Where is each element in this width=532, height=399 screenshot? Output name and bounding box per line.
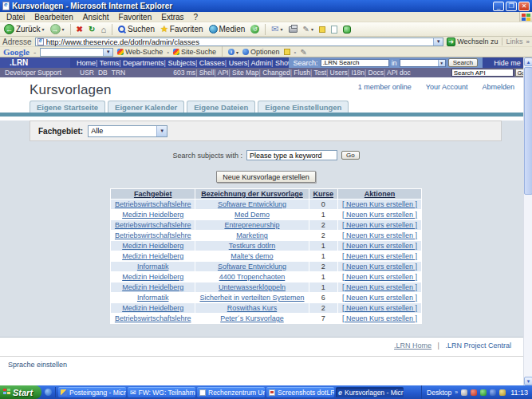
desktop-toolbar-label[interactable]: Desktop <box>427 389 451 397</box>
create-course-link[interactable]: [ Neuen Kurs erstellen ] <box>342 252 417 260</box>
devbar-link[interactable]: Changed <box>259 69 290 77</box>
fachgebiet-link[interactable]: Betriebswirtschaftslehre <box>115 200 191 208</box>
links-chevron-icon[interactable]: » <box>526 38 530 45</box>
menu-item[interactable]: ? <box>189 13 203 22</box>
menu-item[interactable]: Ansicht <box>78 13 114 22</box>
google-web-search-button[interactable]: Web-Suche <box>117 48 163 56</box>
scroll-up-button[interactable]: ▲ <box>524 57 532 66</box>
home-button[interactable]: ⌂ <box>99 25 108 34</box>
search-scope-select[interactable]: Users▼ <box>400 59 446 67</box>
address-dropdown-icon[interactable]: ▼ <box>433 38 443 45</box>
favorites-button[interactable]: ★ Favoriten <box>159 24 205 34</box>
links-toolbar-label[interactable]: Links <box>502 38 523 45</box>
menu-item[interactable]: Datei <box>2 13 30 22</box>
lrn-nav-link[interactable]: Departments <box>119 59 164 67</box>
devbar-link[interactable]: 603 ms <box>173 69 195 77</box>
taskbar-button-active-ie[interactable]: eKursvorlagen - Micros... <box>336 387 404 397</box>
devbar-link[interactable]: I18n <box>348 69 365 77</box>
devbar-link[interactable]: Docs <box>365 69 384 77</box>
back-button[interactable]: ← Zurück ▾ <box>2 24 46 34</box>
lrn-nav-link[interactable]: Classes <box>195 59 225 67</box>
tray-icon[interactable] <box>490 389 496 396</box>
create-course-link[interactable]: [ Neuen Kurs erstellen ] <box>342 304 417 312</box>
taskbar-button-outlook[interactable]: Posteingang - Micros... <box>58 387 126 397</box>
menu-item[interactable]: Extras <box>156 13 188 22</box>
fachgebiet-link[interactable]: Medizin Heidelberg <box>122 283 183 291</box>
members-online-link[interactable]: 1 member online <box>358 83 412 91</box>
highlighter-button[interactable] <box>284 49 290 55</box>
devbar-toggle[interactable]: DB <box>98 69 108 77</box>
portal-tab[interactable]: Eigene Dateien <box>187 101 255 113</box>
kursvorlage-link[interactable]: 4400 Tropenchaoten <box>219 273 286 281</box>
fachgebiet-link[interactable]: Medizin Heidelberg <box>122 273 183 281</box>
kursvorlage-link[interactable]: Sicherheit in verteilten Systemen <box>199 294 304 302</box>
lrn-project-central-link[interactable]: .LRN Project Central <box>445 342 511 350</box>
mail-dropdown-icon[interactable]: ▾ <box>281 26 283 32</box>
tray-icon[interactable] <box>480 389 487 396</box>
quick-launch-icon[interactable] <box>45 389 52 396</box>
fachgebiet-link[interactable]: Betriebswirtschaftslehre <box>115 314 191 322</box>
devbar-link[interactable]: Test <box>310 69 326 77</box>
portal-tab[interactable]: Eigene Startseite <box>30 101 105 113</box>
tray-icon[interactable] <box>461 389 467 396</box>
create-course-link[interactable]: [ Neuen Kurs erstellen ] <box>342 263 417 271</box>
kursvorlage-link[interactable]: Marketing <box>236 231 268 239</box>
column-sort-link[interactable]: Fachgebiet <box>134 190 172 198</box>
lrn-search-button[interactable]: Search <box>448 58 478 67</box>
your-account-link[interactable]: Your Account <box>426 83 468 91</box>
devbar-link[interactable]: Users <box>326 69 348 77</box>
edit-dropdown-icon[interactable]: ▾ <box>311 26 313 32</box>
kursvorlage-link[interactable]: Software Entwicklung <box>218 263 286 271</box>
subject-search-go-button[interactable]: Go <box>341 151 360 160</box>
close-button[interactable]: ✕ <box>518 2 530 11</box>
tray-chevron-icon[interactable]: » <box>455 389 458 395</box>
menu-item[interactable]: Favoriten <box>114 13 157 22</box>
create-course-link[interactable]: [ Neuen Kurs erstellen ] <box>342 314 417 322</box>
scroll-down-button[interactable]: ▼ <box>524 377 532 385</box>
stop-button[interactable]: ✖ <box>75 25 85 34</box>
tray-icon[interactable] <box>499 389 506 396</box>
lrn-nav-link[interactable]: Subjects <box>164 59 195 67</box>
devbar-toggle[interactable]: USR <box>80 69 94 77</box>
subject-filter-select[interactable]: Alle▼ <box>88 125 167 137</box>
fachgebiet-link[interactable]: Betriebswirtschaftslehre <box>115 231 191 239</box>
create-course-link[interactable]: [ Neuen Kurs erstellen ] <box>342 221 417 229</box>
discuss-button[interactable] <box>317 26 327 33</box>
fachgebiet-link[interactable]: Medizin Heidelberg <box>122 211 183 219</box>
vertical-scrollbar[interactable]: ▲ ▼ <box>523 57 532 385</box>
search-button[interactable]: Suchen <box>116 25 156 34</box>
print-button[interactable] <box>287 26 299 33</box>
fachgebiet-link[interactable]: Betriebswirtschaftslehre <box>115 221 191 229</box>
devbar-link[interactable]: Shell <box>195 69 214 77</box>
logout-link[interactable]: Abmelden <box>482 83 514 91</box>
lrn-logo[interactable]: .LRN <box>0 57 70 68</box>
media-button[interactable]: Medien <box>207 25 247 34</box>
lrn-nav-link[interactable]: Show Xtra Info <box>271 59 289 67</box>
create-course-link[interactable]: [ Neuen Kurs erstellen ] <box>342 273 417 281</box>
devbar-link[interactable]: API doc <box>384 69 411 77</box>
back-dropdown-icon[interactable]: ▾ <box>42 26 45 32</box>
google-site-search-button[interactable]: Site-Suche <box>173 48 216 56</box>
refresh-button[interactable]: ↻ <box>87 25 97 34</box>
google-options-button[interactable]: Optionen <box>242 48 280 56</box>
forward-dropdown-icon[interactable]: ▾ <box>62 26 65 32</box>
portal-tab[interactable]: Eigener Kalender <box>108 101 184 113</box>
research-button[interactable] <box>329 26 339 34</box>
kursvorlage-link[interactable]: Roswithas Kurs <box>227 304 278 312</box>
create-course-link[interactable]: [ Neuen Kurs erstellen ] <box>342 242 417 250</box>
kursvorlage-link[interactable]: Malte's demo <box>231 252 273 260</box>
maximize-button[interactable]: ❐ <box>506 2 517 11</box>
google-search-dropdown-icon[interactable]: ▼ <box>103 49 112 56</box>
taskbar-button-mail[interactable]: ✉FW: WG: Teilnahme v... <box>128 387 195 397</box>
new-course-template-button[interactable]: Neue Kursvorlage erstellen <box>216 171 316 183</box>
taskbar-button-window[interactable]: Rechenzentrum Uni K... <box>197 387 265 397</box>
minimize-button[interactable]: _ <box>493 2 504 11</box>
chevron-down-icon[interactable]: ▼ <box>438 60 445 66</box>
fachgebiet-link[interactable]: Medizin Heidelberg <box>122 252 183 260</box>
create-course-link[interactable]: [ Neuen Kurs erstellen ] <box>342 294 417 302</box>
portal-tab[interactable]: Eigene Einstellungen <box>258 101 349 113</box>
column-sort-link[interactable]: Aktionen <box>365 190 396 198</box>
lrn-nav-link[interactable]: Home <box>77 59 96 67</box>
google-info-button[interactable]: i▾ <box>228 49 238 55</box>
kursvorlage-link[interactable]: Unterwasserklöppeln <box>219 283 286 291</box>
